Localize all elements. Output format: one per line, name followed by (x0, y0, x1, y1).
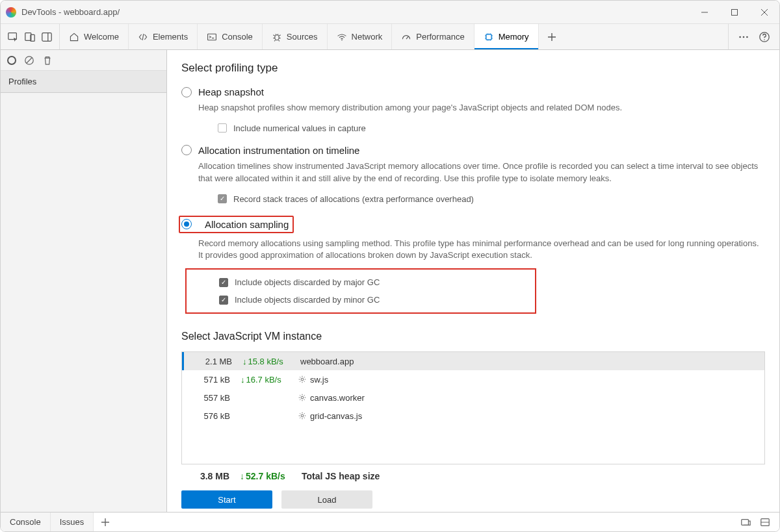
svg-point-16 (739, 36, 741, 38)
load-button[interactable]: Load (281, 490, 372, 509)
vm-size: 571 kB (182, 375, 240, 385)
highlight-allocation-sampling: Allocation sampling (179, 216, 294, 233)
checkbox-label: Record stack traces of allocations (extr… (233, 194, 474, 204)
add-tab-button[interactable] (539, 24, 565, 49)
tab-label: Elements (153, 32, 188, 42)
vm-rate: ↓16.7 kB/s (240, 375, 296, 385)
tab-label: Sources (287, 32, 318, 42)
tab-label: Memory (499, 32, 529, 42)
vm-name: grid-canvas.js (296, 411, 764, 421)
vm-size: 557 kB (182, 393, 240, 403)
checkbox-minor-gc[interactable]: Include objects discarded by minor GC (219, 291, 528, 309)
svg-point-11 (341, 40, 343, 41)
more-icon[interactable] (738, 31, 749, 43)
timeline-description: Allocation timelines show instrumented J… (198, 160, 765, 185)
totals-row: 3.8 MB ↓52.7 kB/s Total JS heap size (181, 464, 765, 490)
drawer-tabstrip: Console Issues (1, 512, 779, 531)
vm-name: webboard.app (298, 357, 764, 366)
svg-point-18 (746, 36, 748, 38)
vm-instance-row[interactable]: 571 kB↓16.7 kB/ssw.js (182, 370, 764, 388)
radio-icon (181, 145, 192, 155)
vm-name: sw.js (296, 375, 764, 385)
devtools-tabstrip: Welcome Elements Console Sources Network… (1, 24, 779, 50)
help-icon[interactable] (759, 31, 770, 43)
svg-rect-7 (42, 32, 51, 41)
inspect-icon[interactable] (7, 31, 19, 43)
tab-elements[interactable]: Elements (129, 24, 198, 49)
close-button[interactable] (749, 1, 779, 24)
clear-icon[interactable] (24, 55, 34, 66)
gear-icon (298, 375, 306, 383)
tab-console[interactable]: Console (198, 24, 263, 49)
vm-instance-row[interactable]: 576 kBgrid-canvas.js (182, 407, 764, 425)
memory-sidebar: Profiles (1, 50, 167, 512)
memory-panel-content: Select profiling type Heap snapshot Heap… (167, 50, 779, 512)
radio-allocation-sampling[interactable]: Allocation sampling (181, 219, 289, 230)
svg-line-22 (27, 57, 32, 63)
app-icon (6, 7, 16, 18)
checkbox-icon (219, 278, 228, 287)
checkbox-label: Include objects discarded by minor GC (235, 295, 380, 305)
tab-label: Performance (416, 32, 464, 42)
home-icon (69, 32, 79, 42)
total-heap-label: Total JS heap size (295, 471, 380, 481)
trash-icon[interactable] (42, 55, 53, 66)
checkbox-record-stack[interactable]: Record stack traces of allocations (extr… (218, 192, 765, 207)
minimize-button[interactable] (690, 1, 720, 24)
radio-label: Allocation sampling (205, 219, 289, 230)
checkbox-label: Include numerical values in capture (233, 123, 366, 133)
radio-heap-snapshot[interactable]: Heap snapshot (181, 84, 765, 100)
tab-welcome[interactable]: Welcome (60, 24, 129, 49)
svg-rect-28 (742, 519, 749, 525)
drawer-add-tab[interactable] (94, 513, 117, 531)
tab-sources[interactable]: Sources (263, 24, 328, 49)
svg-point-24 (301, 396, 304, 399)
svg-point-10 (275, 34, 279, 40)
start-button[interactable]: Start (181, 490, 272, 509)
svg-point-20 (764, 39, 764, 40)
maximize-button[interactable] (720, 1, 749, 24)
checkbox-label: Include objects discarded by major GC (235, 277, 380, 287)
drawer-tab-console[interactable]: Console (1, 513, 51, 531)
record-icon[interactable] (7, 56, 16, 65)
expand-drawer-icon[interactable] (760, 517, 770, 527)
vm-instance-table: 2.1 MB↓15.8 kB/swebboard.app571 kB↓16.7 … (181, 351, 765, 464)
tab-network[interactable]: Network (328, 24, 393, 49)
tab-performance[interactable]: Performance (392, 24, 474, 49)
select-profiling-type-title: Select profiling type (181, 62, 765, 75)
vm-instance-row[interactable]: 2.1 MB↓15.8 kB/swebboard.app (182, 352, 764, 370)
heap-description: Heap snapshot profiles show memory distr… (198, 102, 765, 114)
console-icon (207, 32, 217, 42)
device-toggle-icon[interactable] (24, 31, 36, 43)
dock-icon[interactable] (41, 31, 53, 43)
computed-icon[interactable] (740, 517, 751, 527)
radio-allocation-timeline[interactable]: Allocation instrumentation on timeline (181, 142, 765, 158)
vm-size: 2.1 MB (184, 357, 242, 366)
tab-memory[interactable]: Memory (474, 24, 539, 49)
drawer-tab-issues[interactable]: Issues (51, 513, 94, 531)
gauge-icon (401, 32, 411, 42)
radio-icon (181, 87, 192, 97)
bug-icon (272, 32, 282, 42)
code-icon (138, 32, 148, 42)
svg-point-23 (301, 378, 304, 381)
gear-icon (298, 412, 306, 420)
checkbox-major-gc[interactable]: Include objects discarded by major GC (219, 273, 528, 291)
svg-rect-4 (8, 32, 17, 39)
window-titlebar: DevTools - webboard.app/ (1, 1, 779, 24)
radio-icon (181, 219, 192, 229)
checkbox-icon (219, 296, 228, 305)
svg-line-12 (406, 36, 408, 39)
vm-rate: ↓15.8 kB/s (242, 357, 298, 366)
vm-name: canvas.worker (296, 393, 764, 403)
vm-instance-row[interactable]: 557 kBcanvas.worker (182, 388, 764, 407)
checkbox-icon (218, 123, 227, 133)
wifi-icon (337, 32, 347, 42)
highlight-gc-options: Include objects discarded by major GC In… (185, 268, 536, 314)
radio-label: Allocation instrumentation on timeline (198, 145, 359, 156)
checkbox-include-numerical[interactable]: Include numerical values in capture (218, 121, 765, 136)
checkbox-icon (218, 194, 227, 203)
tab-label: Welcome (84, 32, 119, 42)
profiles-section-header[interactable]: Profiles (1, 71, 166, 93)
svg-point-17 (743, 36, 745, 38)
